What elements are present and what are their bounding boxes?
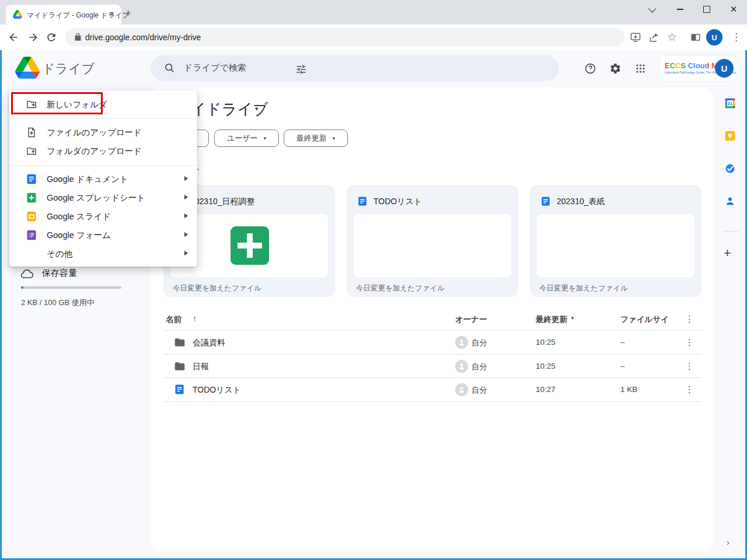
hide-side-panel-icon[interactable]: › xyxy=(727,537,729,547)
file-name: 日報 xyxy=(193,362,209,372)
search-options-icon[interactable] xyxy=(295,64,307,78)
submenu-arrow-icon xyxy=(184,214,188,218)
file-card-preview xyxy=(537,214,694,277)
get-add-ons-icon[interactable]: + xyxy=(724,246,731,261)
table-options-icon[interactable]: ⋮ xyxy=(685,314,694,324)
filter-chip-user-label: ユーザー xyxy=(227,133,258,144)
calendar-icon[interactable]: 31 xyxy=(724,97,736,109)
browser-window: マイドライブ - Google ドライブ ✕ + ✕ drive.google.… xyxy=(0,0,747,560)
browser-tab[interactable]: マイドライブ - Google ドライブ ✕ xyxy=(6,5,121,24)
tasks-icon[interactable] xyxy=(724,163,736,174)
modified-time: 10:25 xyxy=(536,338,556,346)
docs-file-icon xyxy=(174,384,185,397)
window-border-left xyxy=(0,50,2,560)
chevron-down-icon: ▾ xyxy=(333,135,336,141)
new-menu: 新しいフォルダ ファイルのアップロード フォルダのアップロード Google ド… xyxy=(9,90,197,267)
drive-profile-avatar[interactable]: U xyxy=(715,59,734,78)
sheets-logo-icon xyxy=(231,226,269,265)
contacts-icon[interactable] xyxy=(724,195,736,207)
owner-avatar xyxy=(455,360,468,373)
file-card-title: 202310_表紙 xyxy=(557,197,605,207)
modified-time: 10:25 xyxy=(536,362,556,370)
minimize-button[interactable] xyxy=(666,0,693,19)
drive-favicon xyxy=(13,10,22,19)
close-button[interactable]: ✕ xyxy=(720,0,747,19)
file-size: – xyxy=(620,362,625,370)
tab-search-icon[interactable] xyxy=(640,0,666,19)
share-icon[interactable] xyxy=(648,32,660,46)
table-row[interactable]: 会議資料 自分 10:25 – ⋮ xyxy=(163,331,701,354)
reload-icon[interactable] xyxy=(46,32,57,46)
window-controls: ✕ xyxy=(640,0,747,19)
apps-grid-icon[interactable] xyxy=(635,63,646,76)
file-card-title: 202310_日程調整 xyxy=(190,197,255,207)
drive-app-name: ドライブ xyxy=(42,60,95,78)
owner-avatar xyxy=(455,336,468,349)
filter-chip-user[interactable]: ユーザー ▾ xyxy=(214,130,279,147)
browser-menu-icon[interactable]: ⋮ xyxy=(731,31,741,43)
url-text: drive.google.com/drive/my-drive xyxy=(85,32,201,43)
owner-name: 自分 xyxy=(472,385,487,396)
submenu-arrow-icon xyxy=(184,232,188,237)
storage-progress-bar xyxy=(21,286,121,289)
sidebar-item-storage[interactable]: 保存容量 xyxy=(42,268,77,279)
divider xyxy=(163,401,701,402)
page-title-caret-icon[interactable]: ▾ xyxy=(255,105,259,113)
submenu-arrow-icon xyxy=(184,176,188,181)
maximize-button[interactable] xyxy=(693,0,720,19)
help-icon[interactable] xyxy=(584,62,596,77)
folder-icon xyxy=(174,337,186,351)
menu-item-google-slides[interactable]: Google スライド xyxy=(9,207,197,226)
annotation-highlight-box xyxy=(11,92,103,114)
filter-chip-modified[interactable]: 最終更新 ▾ xyxy=(284,130,348,147)
file-card-title: TODOリスト xyxy=(374,197,422,207)
menu-item-more[interactable]: その他 xyxy=(9,244,197,263)
table-row[interactable]: 日報 自分 10:25 – ⋮ xyxy=(163,355,701,378)
new-tab-button[interactable]: + xyxy=(125,7,131,20)
divider xyxy=(722,231,738,232)
owner-avatar xyxy=(455,383,468,396)
folder-icon xyxy=(174,360,186,374)
row-options-icon[interactable]: ⋮ xyxy=(685,361,694,372)
row-options-icon[interactable]: ⋮ xyxy=(685,337,694,348)
menu-item-google-forms[interactable]: Google フォーム xyxy=(9,226,197,244)
file-name: 会議資料 xyxy=(193,338,225,348)
settings-gear-icon[interactable] xyxy=(609,62,622,77)
column-header-modified[interactable]: 最終更新 xyxy=(536,314,567,325)
docs-icon xyxy=(26,173,37,185)
menu-item-google-docs[interactable]: Google ドキュメント xyxy=(9,170,197,188)
table-row[interactable]: TODOリスト 自分 10:27 1 KB ⋮ xyxy=(163,378,701,401)
file-card-footer: 今日変更を加えたファイル xyxy=(539,284,628,293)
column-header-name[interactable]: 名前 xyxy=(166,314,181,325)
install-icon[interactable] xyxy=(630,32,641,46)
side-panel-icon[interactable] xyxy=(690,32,701,46)
sort-ascending-icon[interactable]: ↑ xyxy=(193,314,197,323)
column-header-owner[interactable]: オーナー xyxy=(455,314,487,325)
filter-chip-modified-label: 最終更新 xyxy=(296,133,327,144)
column-header-size[interactable]: ファイルサイ xyxy=(620,314,669,325)
row-options-icon[interactable]: ⋮ xyxy=(685,384,694,395)
back-icon[interactable] xyxy=(8,32,19,46)
submenu-arrow-icon xyxy=(184,251,188,256)
menu-item-folder-upload[interactable]: フォルダのアップロード xyxy=(9,142,197,160)
storage-usage-text: 2 KB / 100 GB 使用中 xyxy=(21,298,95,308)
keep-icon[interactable] xyxy=(724,130,736,142)
file-card[interactable]: 202310_表紙 今日変更を加えたファイル xyxy=(530,185,701,297)
file-card-preview xyxy=(354,214,511,277)
forward-icon[interactable] xyxy=(27,32,39,46)
search-icon xyxy=(163,62,176,76)
account-badge[interactable]: ECCS Cloud Mail Information Technology C… xyxy=(660,55,736,81)
browser-profile-avatar[interactable]: U xyxy=(706,29,722,46)
drive-logo-icon[interactable] xyxy=(15,57,40,81)
table-header-row: 名前 ↑ オーナー 最終更新 ▼ ファイルサイ ⋮ xyxy=(163,309,701,330)
slides-icon xyxy=(26,211,37,222)
divider xyxy=(9,165,197,166)
file-size: – xyxy=(620,338,625,346)
cloud-storage-icon xyxy=(20,267,34,284)
file-name: TODOリスト xyxy=(193,385,241,396)
tab-close-icon[interactable]: ✕ xyxy=(109,10,115,19)
file-card[interactable]: TODOリスト 今日変更を加えたファイル xyxy=(347,185,518,297)
bookmark-star-icon[interactable]: ☆ xyxy=(667,30,677,44)
menu-item-file-upload[interactable]: ファイルのアップロード xyxy=(9,123,197,142)
menu-item-google-sheets[interactable]: Google スプレッドシート xyxy=(9,188,197,207)
